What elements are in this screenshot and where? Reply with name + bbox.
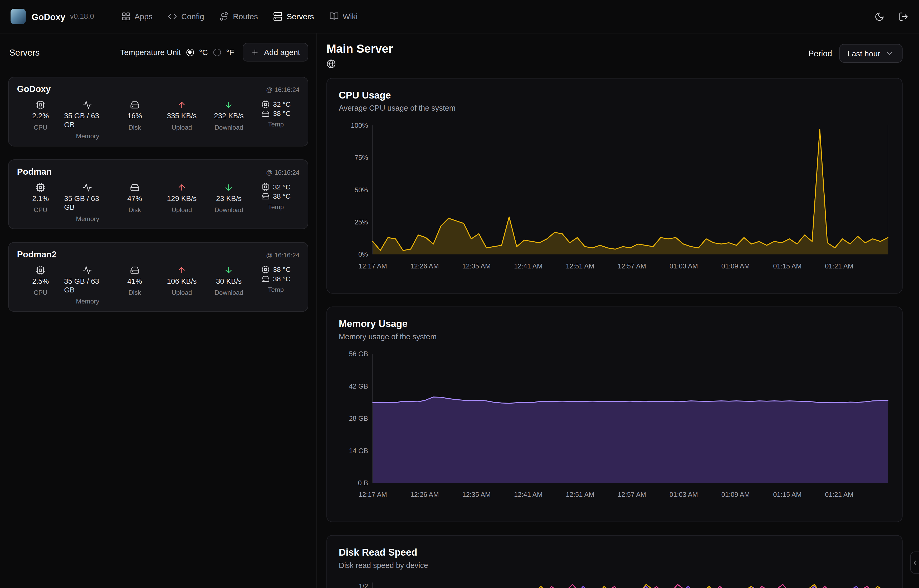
upload-label: Upload bbox=[171, 206, 192, 214]
nav-label: Wiki bbox=[343, 12, 358, 21]
disk-read-speed-chart: 1/2MB/s bbox=[339, 578, 890, 588]
cpu-label: CPU bbox=[34, 124, 47, 131]
svg-text:12:41 AM: 12:41 AM bbox=[514, 262, 543, 270]
nav-label: Config bbox=[181, 12, 204, 21]
svg-text:42 GB: 42 GB bbox=[349, 383, 368, 390]
memory-label: Memory bbox=[76, 298, 99, 305]
upload-label: Upload bbox=[171, 289, 192, 297]
memory-usage-card: Memory Usage Memory usage of the system … bbox=[326, 306, 903, 522]
fahrenheit-label: °F bbox=[226, 48, 234, 57]
disk-temp-value: 38 °C bbox=[273, 275, 291, 283]
hard-drive-icon bbox=[261, 192, 269, 200]
memory-value: 35 GB / 63 GB bbox=[64, 195, 111, 212]
disk-stat: 16% Disk bbox=[111, 100, 158, 140]
svg-text:01:15 AM: 01:15 AM bbox=[773, 491, 801, 498]
period-value: Last hour bbox=[847, 49, 880, 58]
chip-icon bbox=[36, 265, 45, 275]
memory-value: 35 GB / 63 GB bbox=[64, 112, 111, 129]
nav-item-config[interactable]: Config bbox=[168, 11, 204, 21]
temperature-unit-group: Temperature Unit °C °F bbox=[120, 48, 234, 57]
chip-icon bbox=[261, 265, 269, 274]
download-value: 23 KB/s bbox=[216, 195, 242, 204]
period-dropdown[interactable]: Last hour bbox=[839, 44, 903, 63]
temp-label: Temp bbox=[268, 286, 284, 294]
cpu-stat: 2.1% CPU bbox=[17, 183, 64, 223]
server-card-podman[interactable]: Podman @ 16:16:24 2.1% CPU 35 GB / 63 GB… bbox=[8, 159, 308, 229]
upload-value: 106 KB/s bbox=[167, 277, 197, 286]
top-navbar: GoDoxy v0.18.0 Apps Config Routes Server… bbox=[0, 0, 919, 34]
arrow-up-icon bbox=[177, 183, 187, 192]
chart-title: CPU Usage bbox=[339, 89, 890, 101]
hard-drive-icon bbox=[261, 110, 269, 118]
nav-label: Servers bbox=[287, 12, 314, 21]
svg-text:01:09 AM: 01:09 AM bbox=[721, 491, 750, 498]
download-value: 30 KB/s bbox=[216, 277, 242, 286]
server-name: Podman2 bbox=[17, 249, 57, 260]
cpu-stat: 2.2% CPU bbox=[17, 100, 64, 140]
svg-text:12:35 AM: 12:35 AM bbox=[462, 491, 491, 498]
svg-text:14 GB: 14 GB bbox=[349, 447, 368, 454]
cpu-temp-value: 38 °C bbox=[273, 265, 291, 274]
hard-drive-icon bbox=[261, 275, 269, 283]
svg-text:12:26 AM: 12:26 AM bbox=[410, 491, 439, 498]
add-agent-button[interactable]: Add agent bbox=[243, 43, 308, 61]
upload-stat: 129 KB/s Upload bbox=[158, 183, 205, 223]
svg-text:0 B: 0 B bbox=[358, 479, 368, 486]
book-icon bbox=[329, 11, 339, 21]
svg-text:01:21 AM: 01:21 AM bbox=[825, 262, 853, 270]
svg-text:12:17 AM: 12:17 AM bbox=[359, 262, 387, 270]
chip-icon bbox=[261, 100, 269, 108]
download-label: Download bbox=[215, 206, 243, 214]
download-stat: 23 KB/s Download bbox=[205, 183, 252, 223]
fahrenheit-radio[interactable] bbox=[213, 48, 221, 56]
server-timestamp: @ 16:16:24 bbox=[266, 249, 300, 260]
memory-label: Memory bbox=[76, 215, 99, 223]
cpu-value: 2.5% bbox=[32, 277, 49, 286]
svg-text:12:41 AM: 12:41 AM bbox=[514, 491, 543, 498]
memory-stat: 35 GB / 63 GB Memory bbox=[64, 100, 111, 140]
nav-item-routes[interactable]: Routes bbox=[220, 11, 258, 21]
memory-label: Memory bbox=[76, 132, 99, 140]
server-icon bbox=[273, 11, 283, 21]
panel-collapse-handle[interactable] bbox=[910, 551, 919, 574]
logout-icon[interactable] bbox=[898, 11, 908, 21]
server-card-godoxy[interactable]: GoDoxy @ 16:16:24 2.2% CPU 35 GB / 63 GB… bbox=[8, 77, 308, 147]
chevron-left-icon bbox=[911, 559, 919, 566]
svg-text:12:51 AM: 12:51 AM bbox=[566, 491, 594, 498]
temp-label: Temp bbox=[268, 204, 284, 211]
add-agent-label: Add agent bbox=[264, 48, 300, 57]
temp-stat: 38 °C 38 °C Temp bbox=[252, 265, 300, 305]
upload-label: Upload bbox=[171, 124, 192, 131]
svg-text:56 GB: 56 GB bbox=[349, 350, 368, 357]
cpu-label: CPU bbox=[34, 206, 47, 214]
memory-value: 35 GB / 63 GB bbox=[64, 277, 111, 295]
svg-text:25%: 25% bbox=[355, 218, 368, 226]
svg-text:01:21 AM: 01:21 AM bbox=[825, 491, 853, 498]
temp-label: Temp bbox=[268, 121, 284, 128]
upload-stat: 106 KB/s Upload bbox=[158, 265, 205, 305]
moon-icon[interactable] bbox=[874, 11, 885, 21]
app-version: v0.18.0 bbox=[70, 12, 94, 21]
navbar-actions bbox=[874, 11, 908, 21]
upload-value: 335 KB/s bbox=[167, 112, 197, 121]
svg-text:01:03 AM: 01:03 AM bbox=[669, 262, 698, 270]
period-label: Period bbox=[808, 49, 832, 58]
app-logo[interactable] bbox=[11, 9, 26, 24]
page-title: Main Server bbox=[326, 42, 393, 56]
chip-icon bbox=[261, 183, 269, 191]
server-name: Podman bbox=[17, 166, 52, 178]
nav-label: Apps bbox=[135, 12, 153, 21]
cpu-stat: 2.5% CPU bbox=[17, 265, 64, 305]
nav-item-wiki[interactable]: Wiki bbox=[329, 11, 357, 21]
server-card-podman2[interactable]: Podman2 @ 16:16:24 2.5% CPU 35 GB / 63 G… bbox=[8, 242, 308, 312]
chart-subtitle: Memory usage of the system bbox=[339, 332, 890, 341]
svg-text:0%: 0% bbox=[359, 250, 368, 258]
disk-stat: 41% Disk bbox=[111, 265, 158, 305]
nav-item-apps[interactable]: Apps bbox=[121, 11, 153, 21]
arrow-down-icon bbox=[224, 265, 234, 275]
nav-item-servers[interactable]: Servers bbox=[273, 11, 314, 21]
celsius-radio[interactable] bbox=[186, 48, 194, 56]
chip-icon bbox=[36, 100, 45, 110]
server-detail-panel: Main Server Period Last hour CPU Usage A… bbox=[317, 34, 919, 588]
main-nav: Apps Config Routes Servers Wiki bbox=[121, 11, 357, 21]
